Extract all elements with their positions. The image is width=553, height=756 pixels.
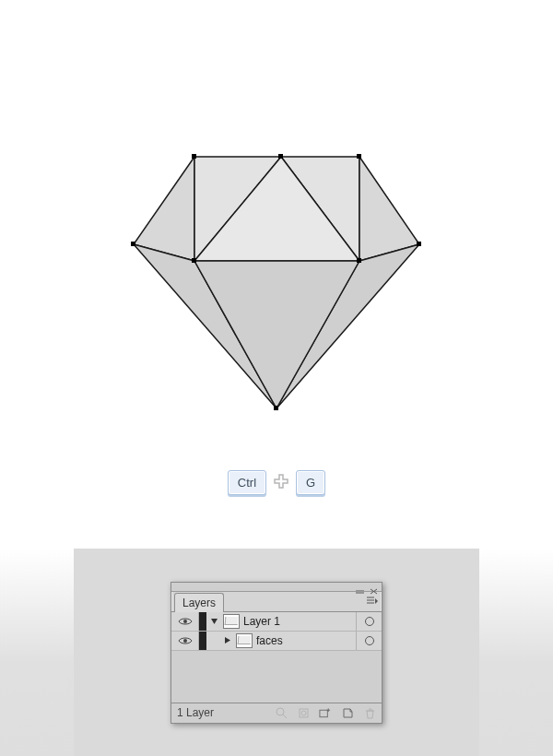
svg-rect-23 bbox=[320, 710, 327, 716]
svg-point-20 bbox=[276, 708, 284, 715]
svg-rect-14 bbox=[357, 258, 361, 263]
layer-name[interactable]: Layer 1 bbox=[243, 615, 356, 628]
target-ring-icon bbox=[365, 617, 374, 626]
right-fade bbox=[479, 549, 553, 756]
disclosure-triangle-closed-icon[interactable] bbox=[223, 634, 232, 647]
svg-point-18 bbox=[183, 639, 187, 643]
selection-color-bar bbox=[199, 632, 206, 650]
ctrl-key: Ctrl bbox=[228, 470, 266, 495]
layer-thumbnail bbox=[223, 614, 240, 629]
selection-color-bar bbox=[199, 612, 206, 631]
visibility-toggle[interactable] bbox=[171, 612, 199, 631]
svg-rect-11 bbox=[357, 154, 361, 159]
svg-rect-9 bbox=[192, 154, 196, 159]
left-fade bbox=[0, 549, 74, 756]
svg-rect-13 bbox=[192, 258, 196, 263]
layer-name[interactable]: faces bbox=[256, 634, 356, 647]
tab-layers-label: Layers bbox=[182, 597, 216, 609]
new-layer-icon[interactable] bbox=[341, 706, 354, 719]
locate-object-icon[interactable] bbox=[275, 706, 288, 719]
layers-panel[interactable]: Layers Layer 1 bbox=[171, 582, 382, 724]
svg-point-22 bbox=[301, 711, 306, 715]
panel-window-controls bbox=[171, 583, 382, 592]
panel-flyout-menu-icon[interactable] bbox=[363, 591, 382, 611]
delete-layer-icon[interactable] bbox=[363, 706, 376, 719]
svg-marker-0 bbox=[134, 157, 194, 261]
diamond-artwork[interactable] bbox=[124, 152, 429, 418]
bottom-region: Layers Layer 1 bbox=[0, 549, 553, 756]
svg-rect-21 bbox=[300, 709, 308, 717]
keyboard-shortcut-hint: Ctrl G bbox=[0, 470, 553, 495]
layer-count: 1 Layer bbox=[177, 706, 214, 719]
panel-footer: 1 Layer bbox=[171, 703, 382, 723]
panel-well: Layers Layer 1 bbox=[74, 549, 479, 756]
layer-thumbnail bbox=[236, 633, 253, 648]
layer-row[interactable]: faces bbox=[171, 632, 382, 651]
svg-point-16 bbox=[183, 620, 187, 623]
disclosure-triangle-open-icon[interactable] bbox=[210, 615, 219, 628]
svg-rect-10 bbox=[278, 154, 283, 159]
svg-rect-8 bbox=[131, 242, 135, 246]
tab-layers[interactable]: Layers bbox=[174, 593, 224, 612]
svg-marker-19 bbox=[225, 637, 230, 644]
target-ring-icon bbox=[365, 636, 374, 645]
canvas-area: Ctrl G bbox=[0, 0, 553, 549]
panel-tabstrip: Layers bbox=[171, 592, 382, 612]
collapse-icon[interactable] bbox=[356, 585, 364, 589]
eye-icon bbox=[178, 617, 193, 626]
svg-marker-17 bbox=[211, 619, 218, 624]
target-column[interactable] bbox=[356, 612, 382, 631]
layer-list[interactable]: Layer 1 faces bbox=[171, 612, 382, 703]
svg-rect-15 bbox=[274, 406, 278, 410]
eye-icon bbox=[178, 636, 193, 645]
plus-icon bbox=[274, 474, 288, 492]
svg-rect-12 bbox=[417, 242, 421, 246]
g-key: G bbox=[296, 470, 325, 495]
close-icon[interactable] bbox=[370, 585, 378, 589]
visibility-toggle[interactable] bbox=[171, 632, 199, 650]
svg-marker-5 bbox=[359, 157, 419, 261]
new-sublayer-icon[interactable] bbox=[319, 706, 332, 719]
make-clipping-mask-icon[interactable] bbox=[297, 706, 310, 719]
layer-row[interactable]: Layer 1 bbox=[171, 612, 382, 632]
target-column[interactable] bbox=[356, 632, 382, 650]
